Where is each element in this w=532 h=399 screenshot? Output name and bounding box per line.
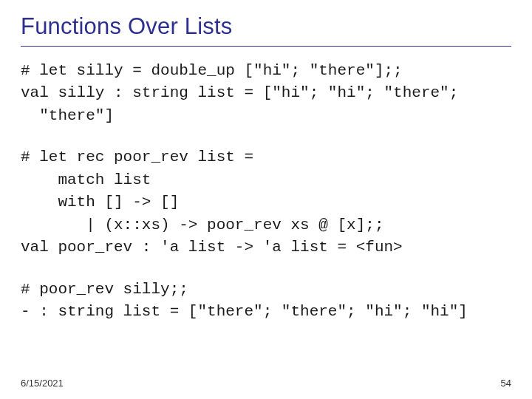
slide-footer: 6/15/2021 54 bbox=[21, 378, 511, 389]
code-block-1: # let silly = double_up ["hi"; "there"];… bbox=[21, 60, 511, 127]
footer-date: 6/15/2021 bbox=[21, 378, 64, 389]
code-block-3: # poor_rev silly;; - : string list = ["t… bbox=[21, 279, 511, 324]
code-block-2: # let rec poor_rev list = match list wit… bbox=[21, 146, 511, 259]
title-rule bbox=[21, 46, 511, 47]
slide-title: Functions Over Lists bbox=[21, 13, 511, 40]
footer-page: 54 bbox=[501, 378, 511, 389]
